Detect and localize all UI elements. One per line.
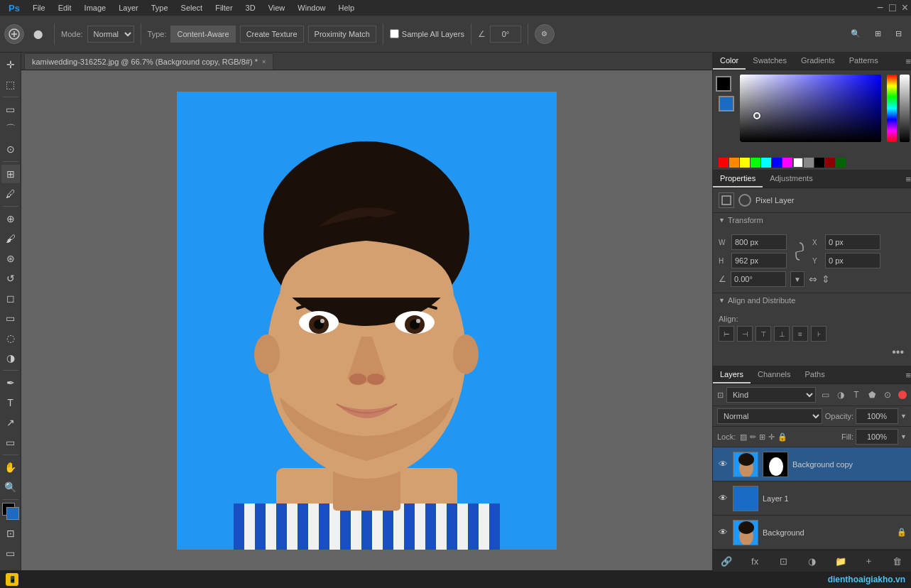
layer-vis-1[interactable]: 👁 (717, 459, 729, 470)
maximize-btn[interactable]: □ (889, 1, 896, 14)
blur-tool[interactable]: ◌ (1, 329, 20, 347)
lock-position-btn[interactable]: ✛ (768, 432, 775, 442)
zoom-tool[interactable]: 🔍 (1, 478, 20, 496)
gradient-tool[interactable]: ▭ (1, 309, 20, 327)
hand-tool[interactable]: ✋ (1, 458, 20, 477)
marquee-tool[interactable]: ▭ (1, 100, 20, 119)
healing-tool[interactable]: ⊕ (1, 209, 20, 228)
sample-all-layers-checkbox[interactable] (390, 29, 399, 38)
lasso-tool[interactable]: ⌒ (1, 120, 20, 138)
canvas-background[interactable] (21, 70, 712, 570)
layers-panel-options[interactable]: ≡ (905, 366, 911, 383)
document-tab[interactable]: kamiwedding-316252.jpg @ 66.7% (Backgrou… (24, 53, 273, 70)
filter-adjust-icon[interactable]: ◑ (834, 388, 847, 401)
color-tab[interactable]: Color (713, 53, 746, 70)
wh-lock-btn[interactable] (792, 234, 807, 268)
patterns-tab[interactable]: Patterns (842, 53, 885, 70)
filter-shape-icon[interactable]: ⬟ (866, 388, 878, 401)
menu-window[interactable]: Window (292, 2, 331, 13)
menu-help[interactable]: Help (332, 2, 360, 13)
menu-file[interactable]: File (27, 2, 51, 13)
swatch[interactable] (804, 158, 814, 168)
brush-tool[interactable]: 🖌 (1, 229, 20, 248)
menu-image[interactable]: Image (79, 2, 112, 13)
filter-pixel-icon[interactable]: ▭ (819, 388, 831, 401)
artboard-tool[interactable]: ⬚ (1, 75, 20, 94)
lock-all-btn[interactable]: 🔒 (778, 432, 787, 442)
color-gradient-picker[interactable] (740, 75, 881, 142)
menu-edit[interactable]: Edit (53, 2, 77, 13)
link-layers-btn[interactable]: 🔗 (719, 553, 734, 569)
lock-artboard-btn[interactable]: ⊞ (759, 432, 765, 442)
pen-tool[interactable]: ✒ (1, 374, 20, 392)
brush-size-btn[interactable]: ⬤ (28, 26, 48, 42)
background-swatch[interactable] (719, 96, 734, 111)
menu-layer[interactable]: Layer (113, 2, 144, 13)
dodge-tool[interactable]: ◑ (1, 349, 20, 367)
filter-active-indicator[interactable] (898, 391, 907, 399)
close-btn[interactable]: × (902, 1, 908, 14)
more-options-btn[interactable]: ••• (890, 344, 905, 360)
quick-select-tool[interactable]: ⊙ (1, 140, 20, 158)
ps-logo-menu[interactable]: Ps (3, 1, 26, 15)
angle-input[interactable] (490, 26, 521, 43)
sample-all-layers-check[interactable]: Sample All Layers (390, 29, 464, 38)
lock-transparent-btn[interactable]: ▨ (740, 432, 747, 442)
fill-arrow[interactable]: ▼ (900, 433, 907, 440)
height-input[interactable] (731, 253, 787, 268)
swatch[interactable] (751, 158, 760, 168)
screen-mode-btn[interactable]: ▭ (1, 544, 20, 562)
new-group-btn[interactable]: 📁 (833, 553, 849, 569)
flip-v-btn[interactable]: ⇕ (822, 273, 830, 285)
hue-slider[interactable] (887, 75, 897, 142)
flip-h-btn[interactable]: ⇔ (809, 273, 817, 285)
filter-kind-select[interactable]: Kind (726, 387, 816, 403)
align-top-edges-btn[interactable]: ⊥ (774, 326, 790, 342)
align-right-edges-btn[interactable]: ⊤ (755, 326, 771, 342)
transform-title[interactable]: ▼ Transform (713, 213, 911, 227)
swatch[interactable] (729, 158, 739, 168)
filter-type-icon[interactable]: T (850, 388, 863, 401)
swatch[interactable] (793, 158, 803, 168)
menu-view[interactable]: View (263, 2, 291, 13)
path-select-tool[interactable]: ↗ (1, 413, 20, 432)
filter-smart-icon[interactable]: ⊙ (881, 388, 894, 401)
settings-btn[interactable]: ⚙ (535, 24, 555, 44)
layer-item-background[interactable]: 👁 Background 🔒 (713, 516, 911, 550)
rotation-input[interactable] (731, 271, 786, 287)
fill-input[interactable] (856, 429, 898, 445)
canvas-image[interactable] (177, 92, 557, 550)
y-input[interactable] (825, 253, 880, 268)
properties-tab[interactable]: Properties (713, 170, 763, 187)
menu-type[interactable]: Type (146, 2, 174, 13)
swatches-tab[interactable]: Swatches (746, 53, 794, 70)
lock-image-btn[interactable]: ✏ (750, 432, 756, 442)
opacity-slider[interactable] (900, 75, 910, 142)
eyedropper-tool[interactable]: 🖊 (1, 185, 20, 203)
new-layer-btn[interactable]: ＋ (861, 553, 877, 569)
properties-panel-options[interactable]: ≡ (905, 170, 911, 187)
opacity-input[interactable] (856, 408, 898, 424)
history-brush-tool[interactable]: ↺ (1, 269, 20, 288)
add-mask-btn[interactable]: ⊡ (775, 553, 791, 569)
swatch[interactable] (761, 158, 771, 168)
tab-close-btn[interactable]: × (262, 58, 266, 65)
align-bottom-edges-btn[interactable]: ⊦ (811, 326, 827, 342)
swatch[interactable] (836, 158, 846, 168)
layer-item-layer1[interactable]: 👁 Layer 1 (713, 481, 911, 516)
align-left-edges-btn[interactable]: ⊢ (719, 326, 734, 342)
new-adjustment-btn[interactable]: ◑ (804, 553, 819, 569)
adjustments-tab[interactable]: Adjustments (763, 170, 820, 187)
align-center-h-btn[interactable]: ⊣ (737, 326, 753, 342)
mode-select[interactable]: Normal (87, 26, 134, 43)
search-btn[interactable]: 🔍 (846, 26, 866, 41)
gradients-tab[interactable]: Gradients (794, 53, 842, 70)
layer-vis-3[interactable]: 👁 (717, 527, 729, 538)
fg-bg-colors[interactable] (2, 503, 19, 520)
layer-item-background-copy[interactable]: 👁 Bac (713, 447, 911, 481)
layers-tab[interactable]: Layers (713, 366, 751, 383)
opacity-arrow[interactable]: ▼ (900, 413, 907, 420)
swatch[interactable] (825, 158, 835, 168)
shape-tool[interactable]: ▭ (1, 433, 20, 452)
clone-tool[interactable]: ⊛ (1, 249, 20, 268)
